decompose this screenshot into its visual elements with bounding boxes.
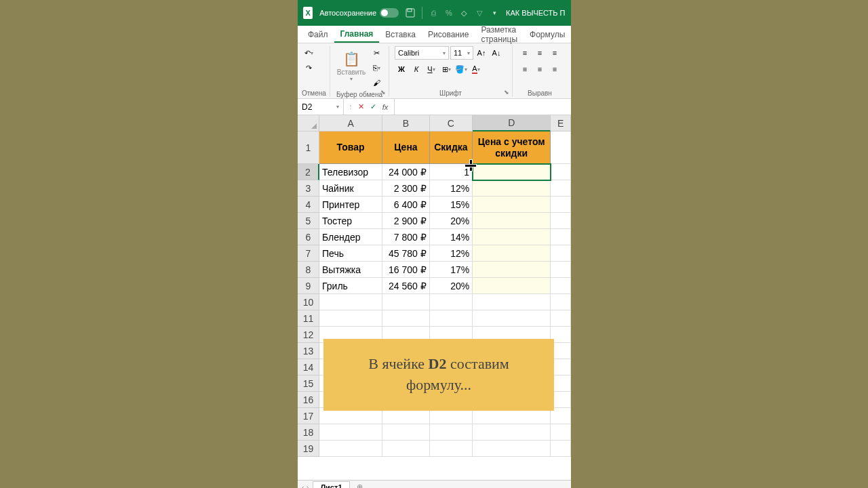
table-header[interactable]: Скидка — [430, 131, 473, 164]
empty-cell[interactable] — [319, 294, 382, 310]
font-color-button[interactable]: A▾ — [469, 62, 483, 76]
undo-button[interactable]: ↶ ▾ — [302, 46, 315, 60]
tab-pagelayout[interactable]: Разметка страницы — [475, 22, 524, 47]
cell[interactable]: 2 300 ₽ — [382, 180, 429, 197]
col-header-C[interactable]: C — [430, 115, 473, 131]
fill-color-button[interactable]: 🪣▾ — [454, 62, 468, 76]
align-center-button[interactable]: ≡ — [533, 62, 547, 76]
cell[interactable]: Принтер — [319, 197, 382, 213]
cut-button[interactable]: ✂ — [370, 46, 383, 60]
tab-formulas[interactable]: Формулы — [524, 27, 571, 42]
empty-cell[interactable] — [430, 441, 473, 457]
cell[interactable]: Телевизор — [319, 164, 382, 180]
empty-cell[interactable] — [382, 294, 429, 310]
empty-cell[interactable] — [319, 441, 382, 457]
sheet-nav[interactable]: ‹ › — [302, 483, 309, 489]
table-header[interactable]: Цена — [382, 131, 429, 164]
col-header-D[interactable]: D — [473, 115, 551, 131]
empty-cell[interactable] — [551, 164, 571, 180]
empty-cell[interactable] — [551, 262, 571, 278]
cell[interactable] — [473, 164, 551, 180]
add-sheet-button[interactable]: ⊕ — [354, 483, 366, 488]
row-header-2[interactable]: 2 — [298, 164, 319, 180]
row-header-19[interactable]: 19 — [298, 441, 319, 457]
cell[interactable] — [473, 262, 551, 278]
row-header-14[interactable]: 14 — [298, 359, 319, 375]
format-painter-button[interactable]: 🖌 — [370, 76, 383, 89]
qat-icon-3[interactable]: ◇ — [460, 7, 469, 18]
col-header-A[interactable]: A — [319, 115, 382, 131]
table-header[interactable]: Товар — [319, 131, 382, 164]
empty-cell[interactable] — [430, 310, 473, 327]
tab-file[interactable]: Файл — [302, 27, 334, 42]
row-header-13[interactable]: 13 — [298, 343, 319, 359]
empty-cell[interactable] — [473, 408, 551, 424]
empty-cell[interactable] — [551, 424, 571, 441]
empty-cell[interactable] — [551, 278, 571, 294]
empty-cell[interactable] — [382, 310, 429, 327]
row-header-5[interactable]: 5 — [298, 213, 319, 229]
row-header-8[interactable]: 8 — [298, 262, 319, 278]
empty-cell[interactable] — [551, 229, 571, 245]
cell[interactable] — [473, 278, 551, 294]
row-header-10[interactable]: 10 — [298, 294, 319, 310]
redo-button[interactable]: ↷ — [302, 61, 315, 75]
cell[interactable]: 6 400 ₽ — [382, 197, 429, 213]
cell[interactable] — [473, 180, 551, 197]
row-header-4[interactable]: 4 — [298, 197, 319, 213]
row-header-17[interactable]: 17 — [298, 408, 319, 424]
align-middle-button[interactable]: ≡ — [533, 46, 547, 60]
cell[interactable]: Блендер — [319, 229, 382, 245]
cell[interactable]: 17% — [430, 262, 473, 278]
toggle-switch-icon[interactable] — [380, 8, 399, 18]
empty-cell[interactable] — [473, 294, 551, 310]
name-box[interactable]: D2▾ — [298, 99, 344, 115]
col-header-E[interactable]: E — [551, 115, 571, 131]
qat-customize-icon[interactable]: ▾ — [490, 7, 499, 18]
empty-cell[interactable] — [551, 131, 571, 164]
empty-cell[interactable] — [319, 424, 382, 441]
qat-icon-4[interactable]: ▽ — [475, 7, 484, 18]
bold-button[interactable]: Ж — [395, 62, 408, 76]
cell[interactable]: 20% — [430, 278, 473, 294]
empty-cell[interactable] — [430, 424, 473, 441]
empty-cell[interactable] — [382, 441, 429, 457]
cell[interactable]: 12% — [430, 180, 473, 197]
row-header-3[interactable]: 3 — [298, 180, 319, 197]
empty-cell[interactable] — [551, 310, 571, 327]
empty-cell[interactable] — [473, 424, 551, 441]
borders-button[interactable]: ⊞▾ — [439, 62, 453, 76]
row-header-11[interactable]: 11 — [298, 310, 319, 327]
cell[interactable]: 24 560 ₽ — [382, 278, 429, 294]
font-size-select[interactable]: 11▾ — [450, 46, 473, 60]
empty-cell[interactable] — [382, 424, 429, 441]
clipboard-launcher-icon[interactable]: ⬊ — [380, 89, 387, 96]
cell[interactable]: 45 780 ₽ — [382, 245, 429, 262]
select-all-corner[interactable] — [298, 115, 319, 131]
empty-cell[interactable] — [319, 310, 382, 327]
align-left-button[interactable]: ≡ — [518, 62, 532, 76]
autosave-toggle[interactable]: Автосохранение — [319, 8, 399, 18]
cell[interactable] — [473, 229, 551, 245]
cancel-button[interactable]: ✕ — [356, 102, 366, 112]
empty-cell[interactable] — [319, 408, 382, 424]
align-top-button[interactable]: ≡ — [518, 46, 532, 60]
cell[interactable]: Чайник — [319, 180, 382, 197]
empty-cell[interactable] — [551, 408, 571, 424]
align-right-button[interactable]: ≡ — [548, 62, 561, 76]
italic-button[interactable]: К — [410, 62, 423, 76]
empty-cell[interactable] — [551, 245, 571, 262]
row-header-16[interactable]: 16 — [298, 392, 319, 408]
table-header[interactable]: Цена с учетом скидки — [473, 131, 551, 164]
tab-home[interactable]: Главная — [334, 26, 380, 43]
empty-cell[interactable] — [382, 408, 429, 424]
copy-button[interactable]: ⎘▾ — [370, 61, 383, 75]
cell[interactable]: 1 — [430, 164, 473, 180]
underline-button[interactable]: Ч▾ — [425, 62, 438, 76]
cell[interactable]: 14% — [430, 229, 473, 245]
cell[interactable]: 15% — [430, 197, 473, 213]
tab-draw[interactable]: Рисование — [422, 27, 475, 42]
cell[interactable]: 2 900 ₽ — [382, 213, 429, 229]
qat-icon-2[interactable]: % — [445, 7, 454, 18]
empty-cell[interactable] — [551, 213, 571, 229]
